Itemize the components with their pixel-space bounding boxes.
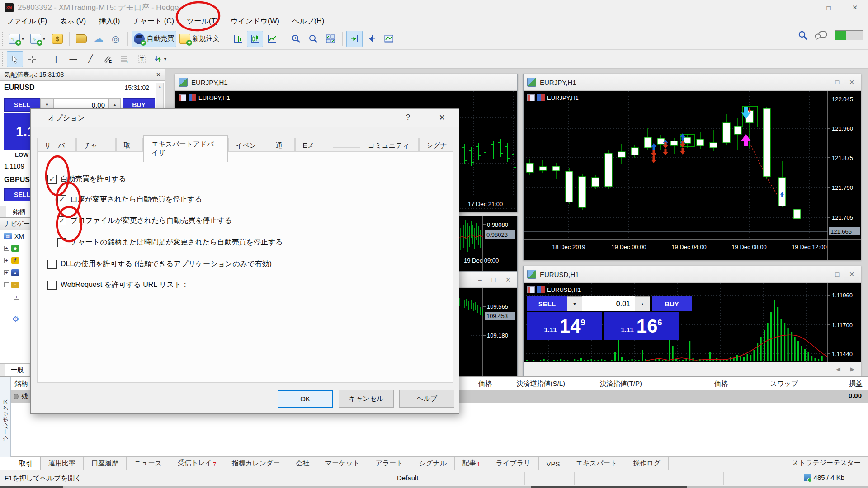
scroll-left-icon[interactable]: ◀ bbox=[836, 366, 840, 372]
minimize-icon[interactable]: – bbox=[478, 276, 482, 283]
quotes-table-icon[interactable] bbox=[527, 94, 535, 101]
strategy-tester-label[interactable]: ストラテジーテスター bbox=[792, 459, 861, 467]
toolbox-tab-8[interactable]: アラート bbox=[368, 457, 411, 470]
toolbox-side-tab[interactable]: ツールボックス bbox=[0, 377, 11, 457]
minimize-icon[interactable]: – bbox=[822, 79, 826, 86]
bar-chart-mode-button[interactable] bbox=[230, 31, 246, 47]
toolbox-tab-12[interactable]: VPS bbox=[539, 458, 568, 470]
checkbox-2[interactable]: ✓ bbox=[57, 216, 66, 225]
tile-windows-button[interactable] bbox=[322, 31, 339, 47]
chart-window-titlebar[interactable]: EURJPY,H1 –□✕ bbox=[524, 74, 861, 91]
menu-item-5[interactable]: ウインドウ(W) bbox=[224, 15, 286, 28]
trendline-tool-button[interactable]: ╱ bbox=[82, 51, 99, 67]
column-sl[interactable]: 決済逆指値(S/L) bbox=[497, 380, 565, 388]
toolbox-tab-9[interactable]: シグナル bbox=[411, 457, 455, 470]
column-swap[interactable]: スワップ bbox=[760, 380, 798, 388]
menu-item-0[interactable]: ファイル (F) bbox=[0, 15, 53, 28]
column-price[interactable]: 価格 bbox=[465, 380, 492, 388]
cursor-tool-button[interactable] bbox=[7, 51, 23, 67]
column-profit[interactable]: 損益 bbox=[832, 380, 863, 388]
tab-symbols[interactable]: 銘柄 bbox=[6, 206, 32, 217]
dialog-help-icon[interactable]: ? bbox=[406, 113, 410, 122]
profiles-button[interactable]: ∿+▼ bbox=[28, 31, 48, 47]
volume-down-button[interactable]: ▼ bbox=[567, 296, 582, 311]
toolbox-tab-13[interactable]: エキスパート bbox=[568, 457, 626, 470]
zoom-out-button[interactable] bbox=[305, 31, 321, 47]
quotes-table-icon[interactable] bbox=[527, 286, 535, 293]
toolbox-tab-10[interactable]: 記事1 bbox=[455, 456, 488, 470]
equidistant-channel-tool-button[interactable]: E bbox=[99, 51, 116, 67]
fibonacci-tool-button[interactable]: F bbox=[117, 51, 133, 67]
candle-chart-mode-button[interactable] bbox=[247, 31, 263, 47]
cancel-button[interactable]: キャンセル bbox=[339, 390, 394, 408]
volume-up-button[interactable]: ▲ bbox=[635, 296, 650, 311]
toolbox-tab-1[interactable]: 運用比率 bbox=[41, 457, 84, 470]
maximize-icon[interactable]: □ bbox=[835, 271, 839, 278]
toolbox-tab-3[interactable]: ニュース bbox=[127, 457, 170, 470]
line-chart-mode-button[interactable] bbox=[264, 31, 280, 47]
checkbox-5[interactable] bbox=[47, 281, 57, 290]
minimize-icon[interactable]: – bbox=[789, 0, 816, 15]
close-icon[interactable]: ✕ bbox=[156, 71, 161, 78]
search-icon[interactable] bbox=[797, 30, 808, 41]
arrows-tool-button[interactable]: ▼ bbox=[151, 51, 170, 67]
history-center-button[interactable] bbox=[73, 31, 90, 47]
toolbox-tab-4[interactable]: 受信トレイ7 bbox=[170, 456, 224, 470]
close-icon[interactable]: ✕ bbox=[842, 0, 868, 15]
toolbox-tab-5[interactable]: 指標カレンダー bbox=[224, 457, 288, 470]
minimize-icon[interactable]: – bbox=[822, 271, 826, 278]
chat-icon[interactable] bbox=[815, 30, 828, 41]
vertical-line-tool-button[interactable]: | bbox=[48, 51, 64, 67]
text-tool-button[interactable]: T bbox=[134, 51, 150, 67]
column-symbol[interactable]: 銘柄 bbox=[14, 380, 28, 388]
menu-item-2[interactable]: 挿入(I) bbox=[92, 15, 126, 28]
maximize-icon[interactable]: □ bbox=[835, 79, 839, 86]
maximize-icon[interactable]: □ bbox=[492, 276, 495, 283]
checkbox-1[interactable]: ✓ bbox=[57, 195, 66, 204]
menu-item-1[interactable]: 表示 (V) bbox=[53, 15, 92, 28]
menu-item-6[interactable]: ヘルプ(H) bbox=[286, 15, 330, 28]
crosshair-tool-button[interactable] bbox=[24, 51, 40, 67]
checkbox-4[interactable] bbox=[47, 260, 57, 269]
algo-trading-button[interactable]: ▶自動売買 bbox=[132, 31, 176, 47]
one-click-icon[interactable] bbox=[537, 286, 545, 293]
buy-button[interactable]: BUY bbox=[652, 296, 692, 311]
volume-input[interactable]: 0.01 bbox=[582, 296, 635, 311]
checkbox-3[interactable] bbox=[57, 238, 66, 247]
close-icon[interactable]: ✕ bbox=[849, 271, 854, 278]
toolbox-tab-14[interactable]: 操作ログ bbox=[625, 457, 669, 470]
toolbox-tab-7[interactable]: マーケット bbox=[317, 457, 368, 470]
dialog-tab-3[interactable]: エキスパートアドバイザ bbox=[143, 135, 228, 162]
menu-item-3[interactable]: チャート (C) bbox=[126, 15, 180, 28]
auto-scroll-button[interactable] bbox=[346, 31, 363, 47]
checkbox-0[interactable]: ✓ bbox=[47, 175, 57, 184]
new-chart-button[interactable]: ∿+▼ bbox=[7, 31, 27, 47]
toolbox-tab-0[interactable]: 取引 bbox=[11, 457, 41, 470]
market-watch-button[interactable]: $ bbox=[49, 31, 66, 47]
horizontal-line-tool-button[interactable]: — bbox=[65, 51, 81, 67]
new-order-button[interactable]: +新規注文 bbox=[177, 31, 222, 47]
chart-scrollbar[interactable]: ◀▶ bbox=[524, 362, 861, 376]
column-tp[interactable]: 決済指値(T/P) bbox=[579, 380, 642, 388]
signals-button[interactable]: ◎ bbox=[108, 31, 124, 47]
chart-window-titlebar[interactable]: EURUSD,H1 –□✕ bbox=[524, 266, 861, 283]
menu-item-4[interactable]: ツール(T) bbox=[180, 15, 224, 28]
community-button[interactable]: ☁ bbox=[90, 31, 107, 47]
buy-price-panel[interactable]: 1.11166 bbox=[604, 312, 679, 340]
ok-button[interactable]: OK bbox=[278, 390, 333, 408]
one-click-icon[interactable] bbox=[189, 94, 196, 101]
zoom-in-button[interactable] bbox=[288, 31, 304, 47]
status-profile[interactable]: Default bbox=[397, 474, 419, 482]
chart-shift-button[interactable] bbox=[363, 31, 380, 47]
close-icon[interactable]: ✕ bbox=[849, 79, 854, 86]
chart-window-titlebar[interactable]: EURJPY,H1 bbox=[175, 74, 517, 91]
one-click-icon[interactable] bbox=[537, 94, 545, 101]
quotes-table-icon[interactable] bbox=[179, 94, 186, 101]
toolbox-tab-11[interactable]: ライブラリ bbox=[488, 457, 539, 470]
dialog-titlebar[interactable]: オプション ? ✕ bbox=[31, 109, 459, 127]
toolbox-tab-2[interactable]: 口座履歴 bbox=[84, 457, 127, 470]
tab-common[interactable]: 一般 bbox=[5, 364, 29, 376]
scroll-right-icon[interactable]: ▶ bbox=[850, 366, 854, 372]
column-price-2[interactable]: 価格 bbox=[692, 380, 728, 388]
maximize-icon[interactable]: □ bbox=[816, 0, 842, 15]
